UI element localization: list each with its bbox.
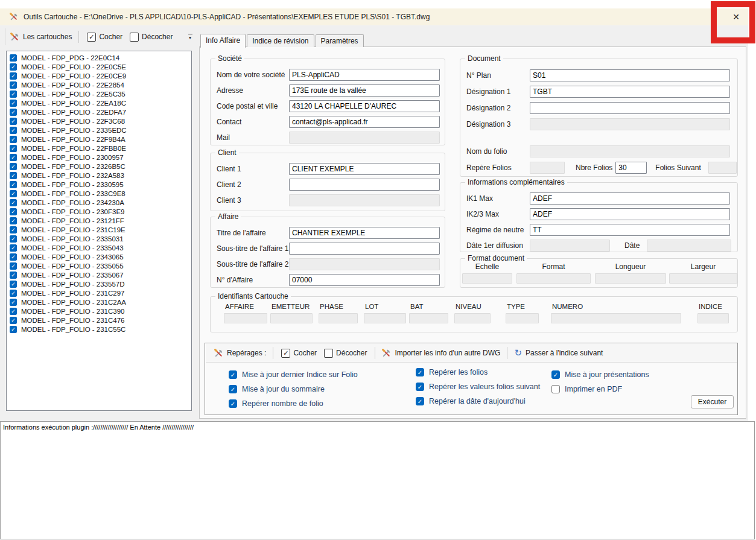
item-checkbox[interactable] <box>10 172 17 179</box>
list-item[interactable]: MODEL - FDP_FOLIO - 22E5C35 <box>7 89 191 98</box>
item-checkbox[interactable] <box>10 145 17 152</box>
item-checkbox[interactable] <box>10 290 17 297</box>
field-input[interactable] <box>289 274 440 286</box>
list-item[interactable]: MODEL - FDP_FOLIO - 2335067 <box>7 270 191 279</box>
item-checkbox[interactable] <box>10 72 17 80</box>
list-item[interactable]: MODEL - FDP_FOLIO - 2300957 <box>7 153 191 162</box>
action-checkbox[interactable] <box>416 368 424 376</box>
decocher-checkbox[interactable]: Décocher <box>130 33 173 42</box>
list-item[interactable]: MODEL - FDP_FOLIO - 22EDFA7 <box>7 107 191 116</box>
action-checkbox-row[interactable]: Mise à jour présentations <box>551 367 649 382</box>
field-input[interactable] <box>289 243 440 255</box>
item-checkbox[interactable] <box>10 100 17 107</box>
action-checkbox-row[interactable]: Repérer les valeurs folios suivant <box>416 380 540 394</box>
item-checkbox[interactable] <box>10 262 17 270</box>
reperages-button[interactable]: Repérages : <box>212 348 268 359</box>
action-checkbox-row[interactable]: Imprimer en PDF <box>551 382 649 396</box>
field-input[interactable] <box>530 224 730 236</box>
field-input[interactable] <box>289 116 440 128</box>
action-checkbox-row[interactable]: Mise à jour du sommaire <box>229 382 358 396</box>
field-input[interactable] <box>289 84 440 97</box>
list-item[interactable]: MODEL - FDP_FOLIO - 231C390 <box>7 307 191 316</box>
field-input[interactable] <box>530 192 730 205</box>
action-checkbox[interactable] <box>229 385 237 393</box>
nbre-folios-input[interactable] <box>615 162 647 174</box>
action-checkbox-row[interactable]: Repérer les folios <box>416 365 540 380</box>
item-checkbox[interactable] <box>10 244 17 252</box>
action-checkbox-row[interactable]: Mise à jour dernier Indice sur Folio <box>229 367 358 382</box>
item-checkbox[interactable] <box>10 163 17 170</box>
item-checkbox[interactable] <box>10 226 17 233</box>
field-input[interactable] <box>530 86 730 98</box>
item-checkbox[interactable] <box>10 154 17 161</box>
list-item[interactable]: MODEL - FDP_FOLIO - 231C297 <box>7 288 191 297</box>
executer-button[interactable]: Exécuter <box>691 395 734 408</box>
action-checkbox[interactable] <box>551 385 560 393</box>
list-item[interactable]: MODEL - FDP_FOLIO - 23121FF <box>7 216 191 225</box>
action-checkbox[interactable] <box>229 370 237 379</box>
list-item[interactable]: MODEL - FDP_FOLIO - 22E0CE9 <box>7 71 191 80</box>
item-checkbox[interactable] <box>10 281 17 288</box>
action-checkbox-row[interactable]: Repérer nombre de folio <box>229 396 358 411</box>
tab-info-affaire[interactable]: Info Affaire <box>200 34 246 48</box>
list-item[interactable]: MODEL - FDP_FOLIO - 2343065 <box>7 252 191 261</box>
list-item[interactable]: MODEL - FDP_FOLIO - 232A583 <box>7 171 191 180</box>
list-item[interactable]: MODEL - FDP_FOLIO - 22F9B4A <box>7 135 191 144</box>
item-checkbox[interactable] <box>10 181 17 188</box>
action-checkbox[interactable] <box>416 397 424 405</box>
item-checkbox[interactable] <box>10 54 17 62</box>
action-checkbox[interactable] <box>229 399 237 408</box>
field-input[interactable] <box>289 163 440 175</box>
item-checkbox[interactable] <box>10 81 17 89</box>
list-item[interactable]: MODEL - FDP_FOLIO - 22EA18C <box>7 98 191 107</box>
item-checkbox[interactable] <box>10 91 17 98</box>
list-item[interactable]: MODEL - FDP_FOLIO - 2335EDC <box>7 125 191 135</box>
list-item[interactable]: MODEL - FDP_FOLIO - 2335031 <box>7 234 191 243</box>
tab-param-tres[interactable]: Paramètres <box>316 34 364 47</box>
item-checkbox[interactable] <box>10 253 17 261</box>
list-item[interactable]: MODEL - FDP_FOLIO - 231C19E <box>7 225 191 234</box>
field-input[interactable] <box>289 69 440 81</box>
item-checkbox[interactable] <box>10 208 17 215</box>
item-checkbox[interactable] <box>10 63 17 71</box>
decocher-checkbox-box[interactable] <box>130 33 139 42</box>
list-item[interactable]: MODEL - FDP_FOLIO - 230F3E9 <box>7 207 191 216</box>
list-item[interactable]: MODEL - FDP_FOLIO - 2330595 <box>7 180 191 189</box>
field-input[interactable] <box>530 102 730 114</box>
item-checkbox[interactable] <box>10 317 17 324</box>
actions-cocher-checkbox[interactable]: Cocher <box>281 349 317 358</box>
list-item[interactable]: MODEL - FDP_FOLIO - 22E2854 <box>7 80 191 89</box>
actions-decocher-checkbox-box[interactable] <box>324 349 333 358</box>
les-cartouches-button[interactable]: Les cartouches <box>8 31 74 43</box>
list-item[interactable]: MODEL - FDP_FOLIO - 233C9E8 <box>7 189 191 198</box>
list-item[interactable]: MODEL - FDP_FOLIO - 231C476 <box>7 316 191 325</box>
actions-cocher-checkbox-box[interactable] <box>281 349 290 358</box>
item-checkbox[interactable] <box>10 190 17 197</box>
list-item[interactable]: MODEL - FDP_FOLIO - 233557D <box>7 279 191 288</box>
list-item[interactable]: MODEL - FDP_FOLIO - 234230A <box>7 198 191 207</box>
toolbar-overflow-button[interactable]: ▾ <box>186 31 194 43</box>
list-item[interactable]: MODEL - FDP_FOLIO - 231C55C <box>7 325 191 334</box>
item-checkbox[interactable] <box>10 127 17 134</box>
field-input[interactable] <box>289 100 440 112</box>
item-checkbox[interactable] <box>10 118 17 125</box>
field-input[interactable] <box>530 69 730 81</box>
list-item[interactable]: MODEL - FDP_FOLIO - 22FBB0E <box>7 144 191 153</box>
list-item[interactable]: MODEL - FDP_FOLIO - 2335055 <box>7 261 191 270</box>
action-checkbox[interactable] <box>551 370 560 379</box>
list-item[interactable]: MODEL - FDP_FOLIO - 2326B5C <box>7 162 191 171</box>
item-checkbox[interactable] <box>10 326 17 333</box>
item-checkbox[interactable] <box>10 299 17 306</box>
item-checkbox[interactable] <box>10 136 17 143</box>
actions-decocher-checkbox[interactable]: Décocher <box>324 349 367 358</box>
tab-indice-de-r-vision[interactable]: Indice de révision <box>247 34 314 47</box>
item-checkbox[interactable] <box>10 308 17 315</box>
cocher-checkbox[interactable]: Cocher <box>87 33 122 42</box>
importer-dwg-button[interactable]: Importer les info d'un autre DWG <box>380 348 503 359</box>
item-checkbox[interactable] <box>10 109 17 116</box>
list-item[interactable]: MODEL - FDP_FOLIO - 231C2AA <box>7 297 191 307</box>
item-checkbox[interactable] <box>10 199 17 206</box>
list-item[interactable]: MODEL - FDP_PDG - 22E0C14 <box>7 53 191 62</box>
cocher-checkbox-box[interactable] <box>87 33 96 42</box>
list-item[interactable]: MODEL - FDP_FOLIO - 22E0C5E <box>7 62 191 71</box>
